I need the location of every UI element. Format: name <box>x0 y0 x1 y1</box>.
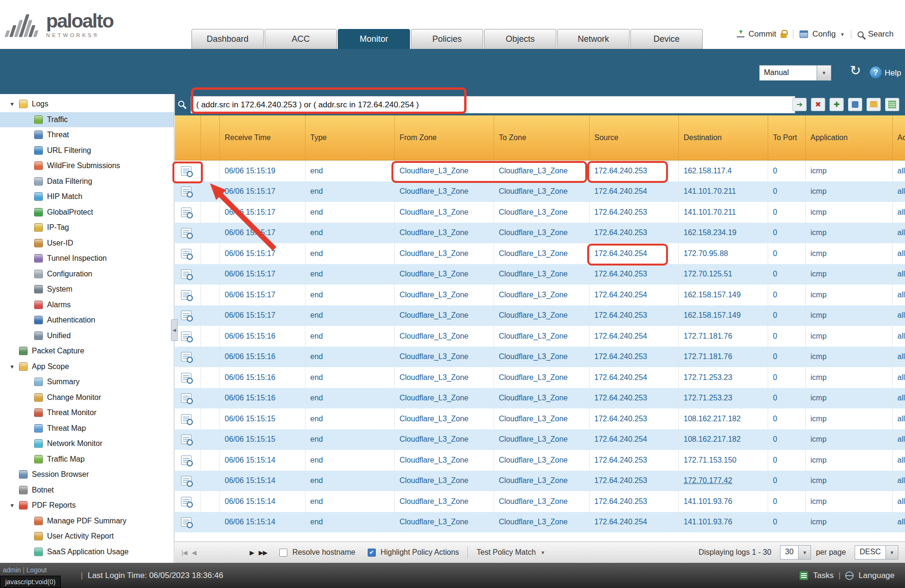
sidebar-item[interactable]: Botnet <box>0 483 174 498</box>
cell-destination[interactable]: 162.158.117.4 <box>679 161 768 181</box>
sidebar-item[interactable]: ▼ App Scope <box>0 359 174 375</box>
table-row[interactable]: 06/06 15:15:14 end Cloudflare_L3_Zone Cl… <box>175 471 905 492</box>
sidebar-item[interactable]: User Activity Report <box>0 529 174 544</box>
resolve-hostname-checkbox[interactable] <box>279 549 287 557</box>
sidebar-item[interactable]: Unified <box>0 328 174 344</box>
sidebar-item[interactable]: Tunnel Inspection <box>0 251 174 266</box>
nav-tab[interactable]: Network <box>557 29 629 49</box>
cell-destination[interactable]: 162.158.157.149 <box>679 285 768 305</box>
log-detail-icon[interactable] <box>181 476 191 485</box>
column-header-application[interactable]: Application <box>806 115 893 160</box>
cell-destination[interactable]: 108.162.217.182 <box>679 408 768 429</box>
lock-icon[interactable] <box>781 33 787 38</box>
nav-tab[interactable]: ACC <box>265 29 337 49</box>
cell-destination[interactable]: 162.158.234.19 <box>679 223 768 244</box>
column-header-type[interactable]: Type <box>305 115 395 160</box>
logged-in-user[interactable]: admin Logout <box>3 566 47 574</box>
commit-button[interactable]: Commit <box>749 29 777 39</box>
sidebar-item[interactable]: Threat Monitor <box>0 405 174 421</box>
table-row[interactable]: 06/06 15:15:17 end Cloudflare_L3_Zone Cl… <box>175 305 905 326</box>
table-row[interactable]: 06/06 15:15:19 end Cloudflare_L3_Zone Cl… <box>175 161 905 181</box>
sidebar-item[interactable]: URL Filtering <box>0 143 174 159</box>
expand-arrow-icon[interactable]: ▼ <box>10 364 19 370</box>
sidebar-item[interactable]: Data Filtering <box>0 174 174 190</box>
apply-filter-icon[interactable]: ➔ <box>792 98 807 111</box>
table-row[interactable]: 06/06 15:15:16 end Cloudflare_L3_Zone Cl… <box>175 326 905 347</box>
column-header-receive-time[interactable]: Receive Time <box>220 115 305 160</box>
clear-filter-icon[interactable]: ✖ <box>811 98 825 111</box>
log-detail-icon[interactable] <box>181 414 191 424</box>
sidebar-item[interactable]: Alarms <box>0 297 174 313</box>
nav-tab[interactable]: Dashboard <box>191 29 264 49</box>
table-row[interactable]: 06/06 15:15:15 end Cloudflare_L3_Zone Cl… <box>175 408 905 429</box>
sidebar-item[interactable]: IP-Tag <box>0 220 174 236</box>
refresh-mode-value[interactable]: Manual <box>759 65 817 81</box>
table-row[interactable]: 06/06 15:15:14 end Cloudflare_L3_Zone Cl… <box>175 512 905 533</box>
save-filter-icon[interactable] <box>848 98 862 111</box>
log-detail-icon[interactable] <box>181 290 191 300</box>
sidebar-item[interactable]: System <box>0 282 174 297</box>
cell-destination[interactable]: 172.71.181.76 <box>679 347 768 368</box>
log-detail-icon[interactable] <box>181 435 191 444</box>
sidebar-item[interactable]: Traffic <box>0 112 174 128</box>
log-detail-icon[interactable] <box>181 208 191 217</box>
nav-tab[interactable]: Monitor <box>338 29 410 49</box>
help-icon[interactable]: ? <box>870 66 882 78</box>
highlight-policy-checkbox[interactable]: ✔ <box>368 549 376 557</box>
help-label[interactable]: Help <box>885 68 901 78</box>
language-button[interactable]: Language <box>858 571 895 580</box>
nav-tab[interactable]: Device <box>630 29 703 49</box>
log-detail-icon[interactable] <box>181 352 191 361</box>
cell-destination[interactable]: 172.70.95.88 <box>679 243 768 264</box>
table-row[interactable]: 06/06 15:15:17 end Cloudflare_L3_Zone Cl… <box>175 202 905 223</box>
sidebar-item[interactable]: Configuration <box>0 266 174 282</box>
log-detail-icon[interactable] <box>181 228 191 237</box>
search-button[interactable]: Search <box>868 29 894 39</box>
chevron-down-icon[interactable]: ▼ <box>541 550 545 555</box>
export-icon[interactable] <box>885 98 899 111</box>
sidebar-item[interactable]: Change Monitor <box>0 390 174 406</box>
sort-order-select[interactable]: DESC ▼ <box>855 545 898 560</box>
per-page-dropdown-button[interactable]: ▼ <box>799 545 811 560</box>
column-header-destination[interactable]: Destination <box>679 115 768 160</box>
cell-destination[interactable]: 108.162.217.182 <box>679 429 768 450</box>
per-page-select[interactable]: 30 ▼ <box>780 545 811 560</box>
cell-destination[interactable]: 172.70.125.51 <box>679 264 768 285</box>
cell-destination[interactable]: 162.158.157.149 <box>679 305 768 326</box>
log-detail-icon[interactable] <box>181 497 191 506</box>
sidebar-item[interactable]: Packet Capture <box>0 343 174 359</box>
expand-arrow-icon[interactable]: ▼ <box>10 503 19 508</box>
refresh-mode-select[interactable]: Manual ▼ <box>759 65 831 81</box>
column-header-to-port[interactable]: To Port <box>768 115 806 160</box>
cell-destination[interactable]: 141.101.93.76 <box>679 512 768 533</box>
username-text[interactable]: admin <box>3 566 21 574</box>
column-header-from-zone[interactable]: From Zone <box>395 115 494 160</box>
first-page-button[interactable]: |◀ <box>181 549 187 556</box>
log-detail-icon[interactable] <box>181 166 191 176</box>
sort-order-value[interactable]: DESC <box>855 545 886 560</box>
log-detail-icon[interactable] <box>181 517 191 527</box>
log-detail-icon[interactable] <box>181 311 191 320</box>
table-row[interactable]: 06/06 15:15:14 end Cloudflare_L3_Zone Cl… <box>175 491 905 512</box>
sidebar-item[interactable]: Threat Map <box>0 421 174 436</box>
cell-destination[interactable]: 172.70.177.42 <box>679 471 768 492</box>
logout-link[interactable]: Logout <box>27 566 47 574</box>
sidebar-item[interactable]: Authentication <box>0 313 174 328</box>
cell-destination[interactable]: 141.101.70.211 <box>679 202 768 223</box>
table-row[interactable]: 06/06 15:15:17 end Cloudflare_L3_Zone Cl… <box>175 223 905 244</box>
nav-tab[interactable]: Objects <box>484 29 556 49</box>
sidebar-item[interactable]: Threat <box>0 127 174 143</box>
table-row[interactable]: 06/06 15:15:17 end Cloudflare_L3_Zone Cl… <box>175 243 905 264</box>
cell-destination[interactable]: 172.71.253.23 <box>679 367 768 388</box>
test-policy-match-button[interactable]: Test Policy Match <box>476 548 535 557</box>
sidebar-item[interactable]: Session Browser <box>0 467 174 483</box>
next-page-button[interactable]: ▶ <box>249 549 254 556</box>
sidebar-item[interactable]: SaaS Application Usage <box>0 544 174 560</box>
table-row[interactable]: 06/06 15:15:17 end Cloudflare_L3_Zone Cl… <box>175 264 905 285</box>
log-detail-icon[interactable] <box>181 187 191 196</box>
per-page-value[interactable]: 30 <box>780 545 799 560</box>
sidebar-item[interactable]: GlobalProtect <box>0 205 174 220</box>
table-row[interactable]: 06/06 15:15:16 end Cloudflare_L3_Zone Cl… <box>175 347 905 368</box>
sidebar-collapse-handle[interactable]: ◀ <box>171 319 178 341</box>
cell-destination[interactable]: 172.71.253.23 <box>679 388 768 409</box>
